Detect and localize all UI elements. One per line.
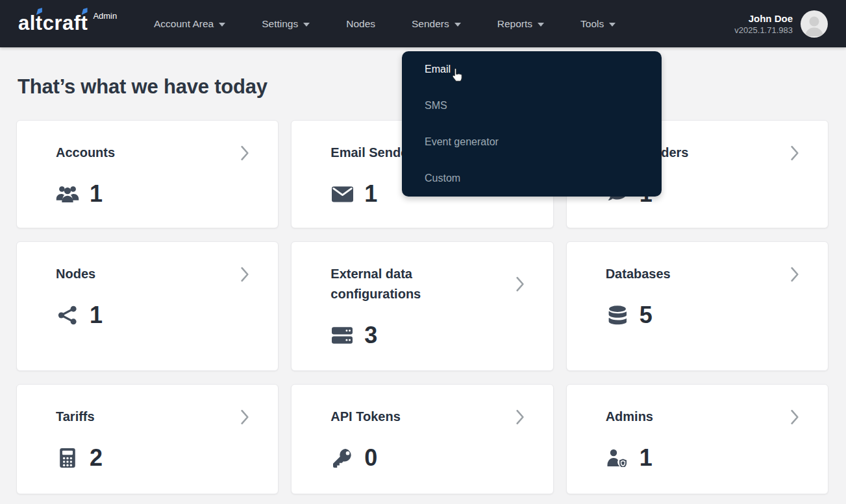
main-nav: Account Area Settings Nodes Senders Repo… — [154, 0, 616, 47]
user-name: John Doe — [734, 12, 793, 25]
nav-item-account-area[interactable]: Account Area — [154, 18, 225, 30]
chevron-right-icon[interactable] — [240, 267, 249, 282]
users-icon — [56, 185, 79, 203]
card-nodes[interactable]: Nodes 1 — [16, 241, 279, 371]
user-menu[interactable]: John Doe v2025.1.71.983 — [734, 0, 828, 47]
card-external-data-configurations[interactable]: External data configurations 3 — [291, 241, 553, 371]
chevron-right-icon[interactable] — [516, 409, 525, 425]
caret-down-icon — [303, 23, 310, 27]
caret-down-icon — [609, 23, 616, 27]
nav-item-reports[interactable]: Reports — [497, 18, 544, 30]
card-title: External data configurations — [330, 264, 480, 304]
envelope-icon — [330, 186, 354, 202]
avatar-silhouette-icon — [801, 10, 828, 38]
caret-down-icon — [219, 23, 225, 27]
top-navbar: altcraft Admin Account Area Settings Nod… — [0, 0, 846, 47]
share-alt-icon — [56, 306, 79, 325]
card-title: Databases — [606, 264, 755, 284]
chevron-right-icon[interactable] — [790, 145, 799, 161]
chevron-right-icon[interactable] — [240, 145, 249, 161]
card-value: 5 — [640, 302, 653, 329]
dropdown-item-event-generator[interactable]: Event generator — [402, 124, 662, 160]
database-icon — [606, 306, 629, 325]
card-value: 2 — [90, 444, 103, 472]
chevron-right-icon[interactable] — [790, 267, 799, 282]
nav-item-nodes[interactable]: Nodes — [346, 18, 375, 30]
version-label: v2025.1.71.983 — [734, 25, 793, 36]
card-value: 1 — [90, 302, 103, 329]
card-api-tokens[interactable]: API Tokens 0 — [291, 384, 553, 494]
chevron-right-icon[interactable] — [240, 409, 249, 425]
nav-item-senders[interactable]: Senders — [412, 18, 461, 30]
card-tariffs[interactable]: Tariffs 2 — [16, 384, 279, 494]
chevron-right-icon[interactable] — [516, 276, 525, 292]
caret-down-icon — [538, 23, 544, 27]
logo-t-accent-icon: t — [81, 9, 88, 38]
card-title: Admins — [606, 407, 755, 427]
card-title: API Tokens — [330, 407, 480, 427]
user-shield-icon — [606, 449, 629, 467]
dropdown-item-sms[interactable]: SMS — [402, 88, 662, 124]
card-value: 1 — [640, 444, 653, 472]
calculator-icon — [56, 448, 79, 468]
card-admins[interactable]: Admins 1 — [566, 384, 828, 494]
nav-item-tools[interactable]: Tools — [580, 18, 616, 30]
key-icon — [330, 449, 354, 468]
logo-t-accent-icon: t — [36, 9, 43, 38]
card-accounts[interactable]: Accounts 1 — [16, 120, 279, 228]
nav-item-settings[interactable]: Settings — [262, 18, 310, 30]
dropdown-item-email[interactable]: Email — [402, 51, 662, 88]
card-title: Tariffs — [56, 407, 205, 427]
chevron-right-icon[interactable] — [790, 409, 799, 425]
card-title: Nodes — [56, 264, 205, 284]
card-value: 0 — [364, 444, 377, 472]
caret-down-icon — [454, 23, 461, 27]
card-value: 3 — [364, 322, 377, 349]
dropdown-item-custom[interactable]: Custom — [402, 160, 662, 197]
admin-badge: Admin — [93, 11, 117, 21]
card-databases[interactable]: Databases 5 — [566, 241, 828, 371]
server-icon — [330, 327, 354, 344]
card-title: Accounts — [56, 143, 205, 163]
senders-dropdown-menu: Email SMS Event generator Custom — [402, 51, 662, 197]
card-value: 1 — [90, 180, 103, 208]
card-value: 1 — [364, 180, 377, 208]
altcraft-logo[interactable]: altcraft Admin — [18, 9, 117, 38]
avatar[interactable] — [801, 10, 828, 38]
logo-wordmark: altcraft — [18, 9, 88, 38]
